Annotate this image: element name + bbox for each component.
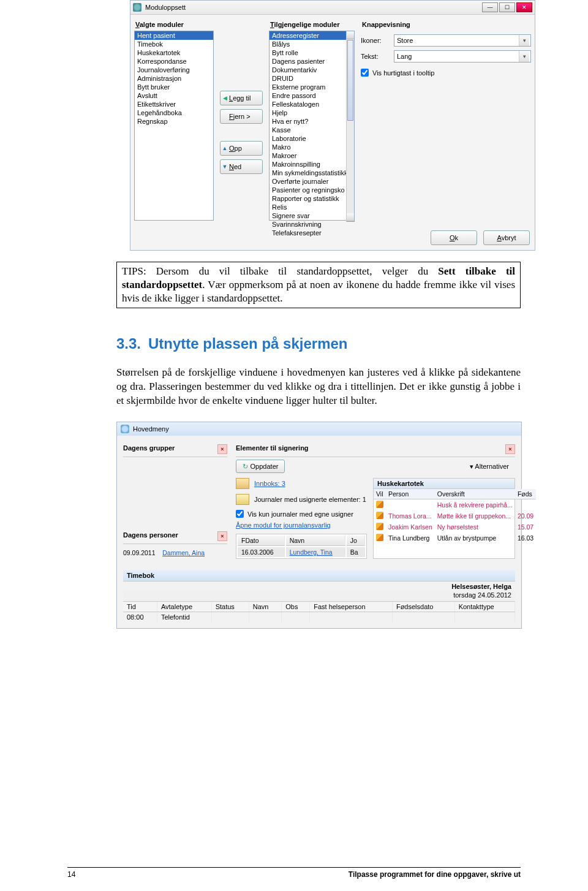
list-item[interactable]: Avslutt (135, 91, 213, 100)
tooltip-label: Vis hurtigtast i tooltip (372, 69, 434, 77)
refresh-button[interactable]: ↻Oppdater (236, 460, 285, 473)
page-number: 14 (67, 870, 75, 879)
list-item[interactable]: Husk å rekvirere papirhå... (374, 499, 536, 511)
list-item[interactable]: Kasse (270, 126, 346, 134)
list-item[interactable]: Huskekartotek (135, 48, 213, 57)
list-item[interactable]: Overførte journaler (270, 177, 346, 186)
inbox-link[interactable]: Innboks: 3 (254, 480, 285, 487)
close-icon[interactable]: × (217, 444, 227, 454)
list-item[interactable]: Makroinnspilling (270, 160, 346, 169)
dialog-title: Moduloppsett (145, 4, 482, 11)
available-modules-header: Tilgjengelige moduler (269, 18, 355, 31)
timebok-table[interactable]: Tid Avtaletype Status Navn Obs Fast hels… (123, 602, 515, 622)
list-item[interactable]: Thomas Lora...Møtte ikke til gruppekon..… (374, 510, 536, 521)
list-item[interactable]: Hent pasient (135, 31, 213, 40)
envelope-icon (236, 478, 249, 489)
dagens-grupper-header[interactable]: Dagens grupper × (123, 442, 227, 457)
ok-button[interactable]: Ok (431, 230, 477, 245)
tooltip-checkbox[interactable] (361, 69, 369, 77)
list-item[interactable]: DRUID (270, 74, 346, 83)
main-menu-window: Hovedmeny Dagens grupper × Dagens person… (116, 422, 522, 629)
flag-icon (376, 534, 383, 541)
list-item[interactable]: Signere svar (270, 211, 346, 220)
list-item[interactable]: Joakim KarlsenNy hørselstest15.07 (374, 521, 536, 533)
person-link[interactable]: Lundberg, Tina (290, 548, 333, 556)
open-module-link[interactable]: Åpne modul for journalansvarlig (236, 521, 331, 529)
selected-modules-list[interactable]: Hent pasientTimebokHuskekartotekKorrespo… (134, 31, 214, 221)
list-item[interactable]: Makro (270, 143, 346, 151)
list-item[interactable]: Blålys (270, 40, 346, 48)
remove-button[interactable]: Fjern > (220, 109, 263, 124)
list-item[interactable]: Min sykmeldingsstatistikk (270, 169, 346, 177)
list-item[interactable]: Eksterne program (270, 83, 346, 91)
list-item[interactable]: Endre passord (270, 91, 346, 100)
person-link[interactable]: Dammen, Aina (162, 549, 205, 556)
user-label: Helsesøster, Helga (123, 582, 515, 591)
timebok-title[interactable]: Timebok (123, 570, 515, 582)
own-only-label: Vis kun journaler med egne usigner (247, 510, 353, 518)
icons-dropdown[interactable]: Store (394, 34, 531, 47)
list-item[interactable]: Administrasjon (135, 74, 213, 83)
list-item[interactable]: Rapporter og statistikk (270, 194, 346, 203)
list-item[interactable]: Laboratorie (270, 134, 346, 143)
list-item[interactable]: Bytt rolle (270, 48, 346, 57)
list-item[interactable]: Korrespondanse (135, 57, 213, 66)
col-fdato[interactable]: FDato (238, 536, 285, 546)
flag-icon (376, 501, 383, 508)
list-item[interactable]: Tina LundbergUtlån av brystpumpe16.03 (374, 533, 536, 544)
list-item[interactable]: Journaloverføring (135, 66, 213, 74)
close-button[interactable]: ✕ (516, 2, 532, 12)
own-only-checkbox[interactable] (236, 510, 244, 518)
table-row[interactable]: 08:00 Telefontid (123, 612, 515, 623)
dialog-titlebar[interactable]: Moduloppsett — ☐ ✕ (130, 1, 535, 15)
main-menu-bar[interactable]: Hovedmeny (117, 422, 521, 436)
list-item[interactable]: Bytt bruker (135, 83, 213, 91)
minimize-button[interactable]: — (482, 2, 498, 12)
list-item[interactable]: Felleskatalogen (270, 100, 346, 108)
up-button[interactable]: ▲Opp (220, 141, 263, 156)
close-icon[interactable]: × (505, 444, 515, 454)
main-menu-label: Hovedmeny (133, 425, 169, 433)
alternatives-tab[interactable]: ▾ Alternativer (470, 461, 515, 472)
down-button[interactable]: ▼Ned (220, 159, 263, 174)
timebok-panel: Timebok Helsesøster, Helga torsdag 24.05… (123, 570, 515, 622)
list-item[interactable]: Adresseregister (270, 31, 346, 40)
reminder-panel: Huskekartotek VilPersonOverskriftFøds Hu… (373, 478, 515, 559)
list-item[interactable]: Dokumentarkiv (270, 66, 346, 74)
list-item[interactable]: Relis (270, 203, 346, 211)
dagens-personer-header[interactable]: Dagens personer × (123, 529, 227, 544)
list-item[interactable]: Makroer (270, 151, 346, 160)
cancel-button[interactable]: Avbryt (483, 230, 530, 245)
available-modules-list[interactable]: AdresseregisterBlålysBytt rolleDagens pa… (269, 31, 346, 221)
section-title: Utnytte plassen på skjermen (148, 335, 347, 352)
section-number: 3.3. (116, 335, 141, 352)
list-item[interactable]: Hva er nytt? (270, 117, 346, 126)
date-label: torsdag 24.05.2012 (123, 591, 515, 602)
scrollbar[interactable] (346, 31, 355, 222)
list-item[interactable]: Etikettskriver (135, 100, 213, 108)
list-item[interactable]: Hjelp (270, 108, 346, 117)
list-item[interactable]: Legehåndboka (135, 108, 213, 117)
list-item[interactable]: Regnskap (135, 117, 213, 126)
list-item[interactable]: Telefaksresepter (270, 229, 346, 237)
col-jo[interactable]: Jo (347, 536, 365, 546)
col-navn[interactable]: Navn (286, 536, 345, 546)
list-item[interactable]: Dagens pasienter (270, 57, 346, 66)
elements-header[interactable]: Elementer til signering × (236, 442, 515, 457)
maximize-button[interactable]: ☐ (499, 2, 515, 12)
selected-modules-header: Valgte moduler (134, 18, 214, 31)
add-button[interactable]: ◀Legg til (220, 91, 263, 105)
list-item[interactable]: Pasienter og regningsko (270, 186, 346, 194)
journal-table[interactable]: FDatoNavnJo 16.03.2006Lundberg, TinaBa (236, 534, 367, 559)
reminder-title[interactable]: Huskekartotek (374, 479, 514, 489)
flag-icon (376, 512, 383, 519)
close-icon[interactable]: × (217, 531, 227, 541)
list-item[interactable]: Timebok (135, 40, 213, 48)
table-row[interactable]: 16.03.2006Lundberg, TinaBa (238, 547, 365, 557)
text-dropdown[interactable]: Lang (394, 50, 531, 63)
list-item[interactable]: Svarinnskrivning (270, 220, 346, 229)
document-lock-icon (236, 494, 249, 505)
page-footer: 14 Tilpasse programmet for dine oppgaver… (67, 867, 521, 879)
list-item[interactable]: 09.09.2011 Dammen, Aina (123, 547, 227, 559)
app-icon (121, 425, 129, 433)
